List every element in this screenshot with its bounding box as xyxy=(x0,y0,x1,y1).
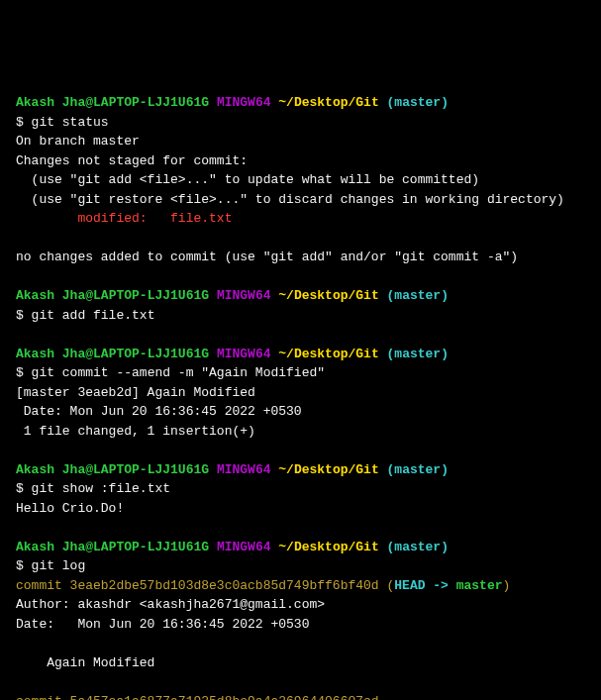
log-commit-prefix: commit xyxy=(16,578,70,593)
status-modified-file: modified: file.txt xyxy=(16,211,232,226)
prompt-sigil: $ xyxy=(16,365,32,380)
prompt-at: @ xyxy=(85,347,93,361)
prompt-path: ~/Desktop/Git xyxy=(278,347,378,361)
prompt-path: ~/Desktop/Git xyxy=(278,288,378,303)
file-content: Hello Crio.Do! xyxy=(16,501,124,516)
status-no-changes: no changes added to commit (use "git add… xyxy=(16,250,518,264)
prompt-branch: master xyxy=(394,462,441,477)
prompt-branch: master xyxy=(394,288,441,303)
branch-close: ) xyxy=(441,347,449,361)
branch-close: ) xyxy=(441,288,449,303)
status-hint-restore: (use "git restore <file>..." to discard … xyxy=(16,192,564,207)
prompt-sigil: $ xyxy=(16,558,32,573)
prompt-shell: MINGW64 xyxy=(217,462,271,477)
prompt-path: ~/Desktop/Git xyxy=(278,540,378,554)
commit-stats: 1 file changed, 1 insertion(+) xyxy=(16,424,255,439)
prompt-host: LAPTOP-LJJ1U61G xyxy=(93,540,209,554)
log-commit-hash: 3eaeb2dbe57bd103d8e3c0acb85d749bff6bf40d xyxy=(70,578,379,593)
terminal-output: Akash Jha@LAPTOP-LJJ1U61G MINGW64 ~/Desk… xyxy=(16,93,585,700)
prompt-path: ~/Desktop/Git xyxy=(278,95,378,110)
log-date: Date: Mon Jun 20 16:36:45 2022 +0530 xyxy=(16,617,309,632)
branch-close: ) xyxy=(441,462,449,477)
cmd-git-status: git status xyxy=(32,115,109,130)
commit-date: Date: Mon Jun 20 16:36:45 2022 +0530 xyxy=(16,404,302,419)
status-hint-add: (use "git add <file>..." to update what … xyxy=(16,172,479,187)
commit-summary: [master 3eaeb2d] Again Modified xyxy=(16,385,255,400)
prompt-branch: master xyxy=(394,540,441,554)
cmd-git-log: git log xyxy=(32,558,86,573)
prompt-host: LAPTOP-LJJ1U61G xyxy=(93,288,209,303)
prompt-at: @ xyxy=(85,95,93,110)
prompt-user: Akash Jha xyxy=(16,288,85,303)
prompt-user: Akash Jha xyxy=(16,95,85,110)
log-commit-line: commit 5a457ea1a6877a71925d8be9a4a269644… xyxy=(16,694,379,701)
status-unstaged-header: Changes not staged for commit: xyxy=(16,153,248,168)
prompt-sigil: $ xyxy=(16,481,32,496)
cmd-git-commit-amend: git commit --amend -m "Again Modified" xyxy=(32,365,325,380)
cmd-git-add: git add file.txt xyxy=(32,308,155,323)
prompt-path: ~/Desktop/Git xyxy=(278,462,378,477)
prompt-shell: MINGW64 xyxy=(217,95,271,110)
log-head-close: ) xyxy=(503,578,511,593)
status-branch: On branch master xyxy=(16,134,140,149)
log-head-branch: master xyxy=(456,578,503,593)
log-head-label: HEAD -> xyxy=(394,578,455,593)
prompt-shell: MINGW64 xyxy=(217,540,271,554)
log-author: Author: akashdr <akashjha2671@gmail.com> xyxy=(16,597,325,612)
prompt-at: @ xyxy=(85,288,93,303)
prompt-user: Akash Jha xyxy=(16,540,85,554)
prompt-shell: MINGW64 xyxy=(217,288,271,303)
prompt-shell: MINGW64 xyxy=(217,347,271,361)
prompt-user: Akash Jha xyxy=(16,347,85,361)
prompt-host: LAPTOP-LJJ1U61G xyxy=(93,95,209,110)
branch-close: ) xyxy=(441,95,449,110)
log-head-open: ( xyxy=(379,578,395,593)
cmd-git-show: git show :file.txt xyxy=(32,481,170,496)
prompt-host: LAPTOP-LJJ1U61G xyxy=(93,347,209,361)
prompt-host: LAPTOP-LJJ1U61G xyxy=(93,462,209,477)
prompt-branch: master xyxy=(394,347,441,361)
prompt-sigil: $ xyxy=(16,308,32,323)
prompt-sigil: $ xyxy=(16,115,32,130)
prompt-at: @ xyxy=(85,540,93,554)
branch-close: ) xyxy=(441,540,449,554)
prompt-at: @ xyxy=(85,462,93,477)
prompt-user: Akash Jha xyxy=(16,462,85,477)
prompt-branch: master xyxy=(394,95,441,110)
log-message: Again Modified xyxy=(16,655,154,670)
